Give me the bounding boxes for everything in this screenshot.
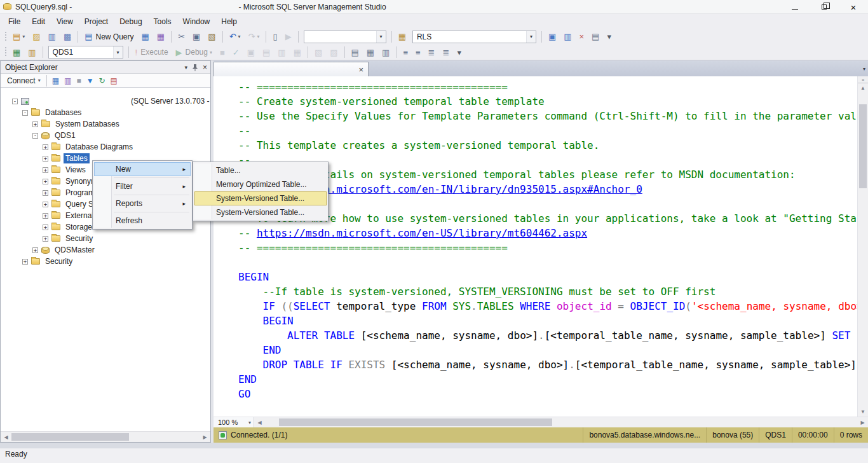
cut-icon[interactable]: ✂	[175, 30, 188, 44]
tree-item-security[interactable]: +Security	[1, 233, 210, 244]
menu-item-reports[interactable]: Reports▸	[94, 197, 191, 211]
copy-icon[interactable]: ▣	[189, 30, 203, 44]
expand-icon[interactable]: +	[22, 259, 28, 265]
available-databases-combo[interactable]: QDS1▾	[48, 46, 123, 59]
menu-window[interactable]: Window	[177, 15, 216, 29]
scroll-thumb[interactable]	[859, 104, 867, 188]
tree-item-qds1[interactable]: -QDS1	[1, 130, 210, 141]
connect-object-explorer-icon[interactable]: ▦	[10, 45, 24, 59]
expand-icon[interactable]: +	[43, 202, 48, 207]
chevron-down-icon[interactable]: ▾	[238, 34, 241, 39]
scroll-track[interactable]	[11, 432, 200, 442]
expand-icon[interactable]: +	[43, 190, 48, 196]
tree-item-sql-server-13-0-703[interactable]: -(SQL Server 13.0.703 -	[1, 95, 210, 107]
object-explorer-details-icon[interactable]: ▥	[560, 30, 574, 44]
code-area[interactable]: -- =====================================…	[214, 76, 857, 401]
menu-item-filter[interactable]: Filter▸	[94, 179, 191, 193]
menu-project[interactable]: Project	[79, 15, 114, 29]
save-all-icon[interactable]: ▩	[60, 30, 74, 44]
display-estimated-plan-icon[interactable]: ▤	[259, 45, 273, 59]
scroll-down-icon[interactable]: ▼	[858, 407, 868, 417]
clear-window-icon[interactable]: ×	[576, 30, 588, 44]
undo-icon[interactable]: ↶▾	[226, 30, 244, 44]
close-panel-button[interactable]: ×	[203, 63, 207, 72]
hyperlink[interactable]: https://msdn.microsoft.com/en-US/library…	[257, 227, 587, 239]
menu-debug[interactable]: Debug	[114, 15, 147, 29]
uncomment-icon[interactable]: ≡	[412, 45, 424, 59]
chevron-down-icon[interactable]: ▾	[376, 31, 386, 43]
expand-icon[interactable]: +	[43, 179, 48, 184]
scroll-thumb[interactable]	[11, 433, 129, 441]
stop-button[interactable]: ■	[74, 74, 83, 87]
toolbar-options-icon[interactable]: ▾	[604, 30, 614, 44]
split-window-handle[interactable]: ≡	[858, 76, 868, 83]
process-combo[interactable]: ▾	[304, 31, 386, 43]
change-connection-icon[interactable]: ▥	[25, 45, 39, 59]
object-explorer-hscrollbar[interactable]: ◀ ▶	[1, 431, 210, 442]
expand-icon[interactable]: +	[32, 247, 38, 253]
refresh-button[interactable]: ↻	[97, 74, 108, 87]
expand-icon[interactable]: +	[32, 121, 38, 127]
properties-window-icon[interactable]: ▤	[588, 30, 602, 44]
include-actual-plan-icon[interactable]: ▧	[311, 45, 325, 59]
chevron-down-icon[interactable]: ▾	[113, 46, 123, 58]
increase-indent-icon[interactable]: ≣	[440, 45, 453, 59]
expand-icon[interactable]: +	[43, 167, 48, 173]
menu-item-system-versioned-table[interactable]: System-Versioned Table...	[194, 191, 327, 205]
close-button[interactable]: ×	[839, 0, 868, 14]
document-tab[interactable]: ×	[214, 62, 369, 76]
results-to-text-icon[interactable]: ▤	[348, 45, 362, 59]
collapse-icon[interactable]: -	[32, 133, 38, 139]
menu-file[interactable]: File	[3, 15, 26, 29]
expand-icon[interactable]: +	[43, 236, 48, 242]
editor-vscrollbar[interactable]: ≡ ▲ ▼	[857, 76, 868, 417]
disconnect-button[interactable]: ▥	[62, 74, 74, 87]
tree-item-security[interactable]: +Security	[1, 256, 210, 267]
results-to-file-icon[interactable]: ▥	[379, 45, 393, 59]
available-databases-icon[interactable]: ▦	[395, 30, 409, 44]
play-icon[interactable]: ▶	[282, 30, 295, 44]
menu-item-system-versioned-table[interactable]: System-Versioned Table...	[194, 205, 327, 219]
parse-icon[interactable]: ✓	[229, 45, 243, 59]
new-database-engine-query-icon[interactable]: ▦	[139, 30, 153, 44]
open-file-icon[interactable]: ▨	[29, 30, 43, 44]
tree-item-qdsmaster[interactable]: +QDSMaster	[1, 244, 210, 256]
window-position-button[interactable]: ▾	[184, 64, 187, 71]
script-button[interactable]: ▤	[108, 74, 120, 87]
connect-button[interactable]: Connect ▾	[4, 75, 44, 86]
new-analysis-query-icon[interactable]: ▦	[154, 30, 168, 44]
document-list-icon[interactable]: ▾	[863, 66, 865, 72]
rls-combo[interactable]: RLS▾	[412, 31, 536, 43]
chevron-down-icon[interactable]: ▾	[22, 34, 25, 39]
scroll-left-icon[interactable]: ◀	[254, 417, 265, 428]
paste-icon[interactable]: ▧	[205, 30, 219, 44]
intellisense-enabled-icon[interactable]: ▦	[290, 45, 304, 59]
menu-item-new[interactable]: New▸	[94, 162, 191, 176]
menu-view[interactable]: View	[51, 15, 79, 29]
restore-button[interactable]	[810, 0, 839, 14]
query-options-icon[interactable]: ▥	[275, 45, 288, 59]
toolbar-grip[interactable]	[4, 47, 7, 57]
intellisense-icon[interactable]: ▯	[269, 30, 280, 44]
toolbar-grip[interactable]	[4, 32, 7, 42]
comment-out-icon[interactable]: ≡	[400, 45, 411, 59]
activity-monitor-icon[interactable]: ▣	[545, 30, 559, 44]
expand-icon[interactable]: +	[43, 213, 48, 219]
save-icon[interactable]: ▥	[45, 30, 59, 44]
cancel-executing-query-icon[interactable]: ▣	[244, 45, 258, 59]
chevron-down-icon[interactable]: ▾	[526, 31, 536, 43]
expand-icon[interactable]: +	[43, 144, 48, 150]
close-tab-icon[interactable]: ×	[358, 66, 363, 74]
zoom-combo[interactable]: 100 % ▾	[214, 417, 254, 427]
new-query-button[interactable]: ▤New Query	[81, 30, 137, 44]
scroll-up-icon[interactable]: ▲	[858, 83, 868, 93]
menu-help[interactable]: Help	[215, 15, 243, 29]
menu-edit[interactable]: Edit	[26, 15, 51, 29]
scroll-left-icon[interactable]: ◀	[1, 432, 11, 443]
minimize-button[interactable]	[780, 0, 810, 14]
pin-button[interactable]	[192, 64, 198, 71]
menu-item-memory-optimized-table[interactable]: Memory Optimized Table...	[194, 177, 327, 191]
scroll-right-icon[interactable]: ▶	[200, 432, 210, 443]
include-client-statistics-icon[interactable]: ▨	[327, 45, 341, 59]
redo-icon[interactable]: ↷▾	[245, 30, 263, 44]
